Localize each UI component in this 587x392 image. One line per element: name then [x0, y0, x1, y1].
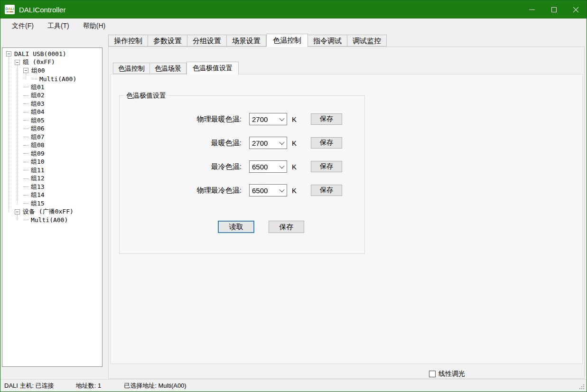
collapse-icon[interactable] — [6, 51, 11, 56]
color-temp-dropdown[interactable]: 6500 — [249, 160, 287, 173]
main-tab[interactable]: 指令调试 — [308, 35, 347, 47]
row-save-button[interactable]: 保存 — [311, 185, 342, 196]
tree-item-label: Multi(A00) — [39, 75, 76, 83]
tree-connector — [23, 170, 28, 170]
tree-item[interactable]: 组11 — [2, 166, 102, 175]
window-title: DALIController — [19, 6, 65, 14]
menu-item[interactable]: 工具(T) — [42, 22, 75, 30]
tree-item-label: 组08 — [31, 141, 45, 149]
main-tab[interactable]: 色温控制 — [266, 34, 308, 47]
tree-item[interactable]: 组03 — [2, 100, 102, 108]
chevron-down-icon[interactable] — [277, 137, 287, 149]
collapse-icon[interactable] — [15, 209, 20, 215]
tree-item[interactable]: 组 (0xFF) — [2, 58, 102, 67]
unit-label: K — [292, 139, 301, 147]
tree-connector — [23, 87, 28, 87]
main-tab[interactable]: 调试监控 — [347, 35, 387, 47]
tree-item[interactable]: 组02 — [2, 92, 102, 100]
tree-item-label: 组09 — [31, 149, 45, 158]
chevron-down-icon[interactable] — [277, 113, 287, 125]
main-tab[interactable]: 参数设置 — [148, 35, 187, 47]
tree-item-label: 组 (0xFF) — [23, 58, 55, 66]
form-row: 最冷色温: 6500 K 保存 — [120, 160, 364, 173]
linear-dimming-checkbox[interactable] — [429, 371, 436, 377]
status-bar: DALI 主机: 已连接 地址数: 1 已选择地址: Multi(A00) — [0, 379, 587, 392]
color-temp-dropdown[interactable]: 2700 — [249, 137, 287, 149]
tree-connector — [23, 178, 28, 179]
color-temp-dropdown[interactable]: 6500 — [249, 184, 287, 196]
tree-item-label: 组05 — [31, 116, 45, 125]
tree-connector — [23, 145, 28, 146]
tree-item-label: DALI USB(0001) — [14, 50, 66, 57]
unit-label: K — [292, 115, 301, 123]
tree-item[interactable]: 组06 — [2, 125, 102, 133]
main-tab[interactable]: 分组设置 — [187, 35, 227, 47]
app-logo-icon: DALI — [5, 5, 15, 14]
row-save-button[interactable]: 保存 — [311, 161, 342, 172]
linear-dimming-option[interactable]: 线性调光 — [429, 370, 465, 378]
tree-item-label: 组02 — [31, 91, 45, 100]
tree-item[interactable]: 组05 — [2, 116, 102, 125]
unit-label: K — [292, 187, 301, 195]
field-label: 物理最冷色温: — [120, 186, 249, 195]
tree-item[interactable]: 组07 — [2, 133, 102, 141]
tree-item-label: 组14 — [31, 191, 45, 199]
tree-item-label: 组15 — [31, 199, 45, 208]
tree-item[interactable]: 组13 — [2, 183, 102, 191]
tree-item-label: 组11 — [31, 166, 45, 175]
tree-item[interactable]: 设备 (广播0xFF) — [2, 208, 102, 216]
sub-tab[interactable]: 色温控制 — [113, 63, 150, 74]
tree-item[interactable]: 组15 — [2, 199, 102, 208]
tree-connector — [23, 103, 28, 104]
tree-item[interactable]: 组12 — [2, 175, 102, 183]
tree-item[interactable]: 组00 — [2, 66, 102, 75]
extreme-value-groupbox: 色温极值设置 物理最暖色温: 2700 K 保存 最暖色温: — [119, 95, 365, 254]
tree-connector — [23, 137, 28, 137]
close-button[interactable] — [565, 0, 587, 19]
minimize-button[interactable] — [521, 0, 543, 19]
tree-connector — [23, 120, 28, 121]
tree-item[interactable]: 组09 — [2, 149, 102, 158]
tree-item-label: 组07 — [31, 133, 45, 141]
tree-item-label: 组10 — [31, 158, 45, 166]
dropdown-value: 2700 — [250, 139, 277, 147]
maximize-icon — [551, 7, 557, 12]
collapse-icon[interactable] — [15, 60, 20, 65]
device-tree-panel: DALI USB(0001) 组 (0xFF) 组00 Multi(A00) 组… — [2, 47, 102, 367]
chevron-down-icon[interactable] — [277, 161, 287, 172]
chevron-down-icon[interactable] — [277, 185, 287, 196]
tree-connector — [23, 153, 28, 154]
sub-tab-bar: 色温控制色温场景色温极值设置 — [113, 62, 239, 74]
status-host-connection: DALI 主机: 已连接 — [4, 382, 54, 390]
tree-item-label: 组01 — [31, 83, 45, 92]
menu-item[interactable]: 帮助(H) — [77, 22, 111, 30]
tree-item[interactable]: 组04 — [2, 108, 102, 117]
row-save-button[interactable]: 保存 — [311, 137, 342, 149]
form-row: 物理最暖色温: 2700 K 保存 — [120, 113, 364, 125]
maximize-button[interactable] — [543, 0, 565, 19]
tree-item[interactable]: 组08 — [2, 141, 102, 150]
minimize-icon — [529, 9, 535, 10]
tree-connector — [23, 95, 28, 96]
menu-item[interactable]: 文件(F) — [6, 22, 39, 30]
tree-item[interactable]: 组10 — [2, 158, 102, 167]
read-button[interactable]: 读取 — [218, 221, 254, 233]
app-window: DALI DALIController 文件(F)工具(T)帮助(H) DALI… — [0, 0, 587, 392]
sub-tab[interactable]: 色温极值设置 — [186, 62, 239, 75]
main-tab[interactable]: 操作控制 — [108, 35, 148, 47]
collapse-icon[interactable] — [23, 68, 28, 73]
tree-item[interactable]: Multi(A00) — [2, 216, 102, 224]
tree-item[interactable]: Multi(A00) — [2, 75, 102, 84]
tree-item[interactable]: 组14 — [2, 191, 102, 200]
row-save-button[interactable]: 保存 — [311, 113, 342, 125]
color-temp-dropdown[interactable]: 2700 — [249, 113, 287, 125]
main-tab[interactable]: 场景设置 — [227, 35, 266, 47]
resize-grip[interactable] — [583, 388, 584, 389]
sub-tab[interactable]: 色温场景 — [150, 63, 186, 74]
tree-connector — [32, 79, 37, 79]
field-label: 物理最暖色温: — [120, 115, 249, 124]
tree-item-label: 设备 (广播0xFF) — [23, 207, 74, 216]
tree-item[interactable]: DALI USB(0001) — [2, 50, 102, 58]
save-all-button[interactable]: 保存 — [269, 221, 304, 233]
tree-item[interactable]: 组01 — [2, 83, 102, 92]
